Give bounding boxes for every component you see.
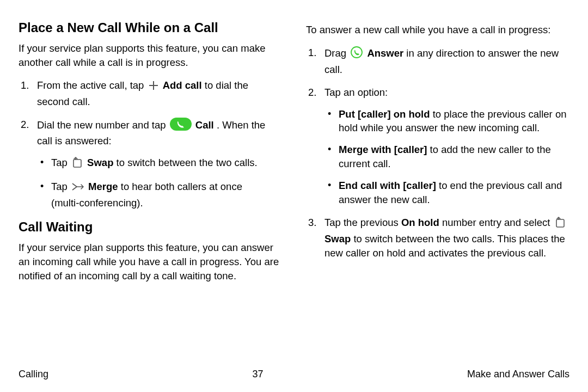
opt-hold-label: Put [caller] on hold [339, 108, 430, 120]
heading-place-new-call: Place a New Call While on a Call [19, 20, 282, 36]
footer-left: Calling [19, 369, 48, 380]
answer-step-2: Tap an option: Put [caller] on hold to p… [306, 85, 569, 207]
swap-label: Swap [324, 233, 351, 244]
answer-step-1: Drag Answer in any direction to answer t… [306, 46, 569, 77]
right-column: To answer a new call while you have a ca… [306, 20, 569, 292]
step-2: Dial the new number and tap Call . When … [19, 118, 282, 210]
svg-rect-5 [556, 219, 564, 227]
add-call-label: Add call [163, 79, 202, 91]
swap-icon [71, 156, 83, 172]
step-text: Tap the previous [324, 217, 401, 228]
answer-options: Put [caller] on hold to place the previo… [324, 107, 569, 207]
manual-page: Place a New Call While on a Call If your… [0, 0, 588, 392]
intro-paragraph: If your service plan supports this featu… [19, 41, 282, 70]
opt-end: End call with [caller] to end the previo… [324, 179, 569, 207]
sub-merge: Tap Merge to hear both callers at once (… [37, 180, 282, 210]
page-number: 37 [252, 369, 263, 380]
svg-rect-3 [74, 160, 81, 167]
place-call-steps: From the active call, tap Add call to di… [19, 78, 282, 210]
left-column: Place a New Call While on a Call If your… [19, 20, 282, 292]
swap-icon [554, 216, 566, 232]
step-text: Tap [51, 157, 70, 168]
sub-swap: Tap Swap to switch between the two calls… [37, 156, 282, 172]
opt-end-label: End call with [caller] [339, 180, 436, 191]
call-button-icon [170, 118, 192, 134]
page-footer: Calling 37 Make and Answer Calls [19, 369, 569, 380]
step-text: Tap an option: [324, 87, 388, 98]
answer-circle-icon [350, 46, 363, 63]
step-1: From the active call, tap Add call to di… [19, 78, 282, 109]
opt-merge-label: Merge with [caller] [339, 144, 427, 155]
answer-label: Answer [367, 47, 403, 59]
answer-step-3: Tap the previous On hold number entry an… [306, 216, 569, 260]
step-text: From the active call, tap [37, 79, 147, 91]
step-text: Dial the new number and tap [37, 119, 169, 131]
merge-icon [71, 181, 84, 196]
call-waiting-paragraph: If your service plan supports this featu… [19, 241, 282, 283]
opt-hold: Put [caller] on hold to place the previo… [324, 107, 569, 136]
call-label: Call [195, 119, 214, 131]
two-column-layout: Place a New Call While on a Call If your… [19, 20, 569, 292]
step-text: to switch between the two calls. This pl… [324, 233, 565, 259]
onhold-label: On hold [401, 217, 439, 228]
svg-rect-2 [170, 118, 192, 131]
opt-merge: Merge with [caller] to add the new calle… [324, 143, 569, 171]
answer-steps: Drag Answer in any direction to answer t… [306, 46, 569, 260]
step-text: number entry and select [442, 217, 553, 228]
step-text: Tap [51, 181, 70, 192]
step-text: Drag [324, 47, 349, 59]
footer-right: Make and Answer Calls [467, 369, 569, 380]
svg-point-4 [351, 47, 362, 58]
step-text: to switch between the two calls. [117, 157, 258, 168]
heading-call-waiting: Call Waiting [19, 219, 282, 235]
sub-options: Tap Swap to switch between the two calls… [37, 156, 282, 210]
plus-icon [148, 80, 159, 95]
merge-label: Merge [88, 181, 118, 192]
answer-intro: To answer a new call while you have a ca… [306, 23, 569, 37]
swap-label: Swap [87, 157, 113, 168]
